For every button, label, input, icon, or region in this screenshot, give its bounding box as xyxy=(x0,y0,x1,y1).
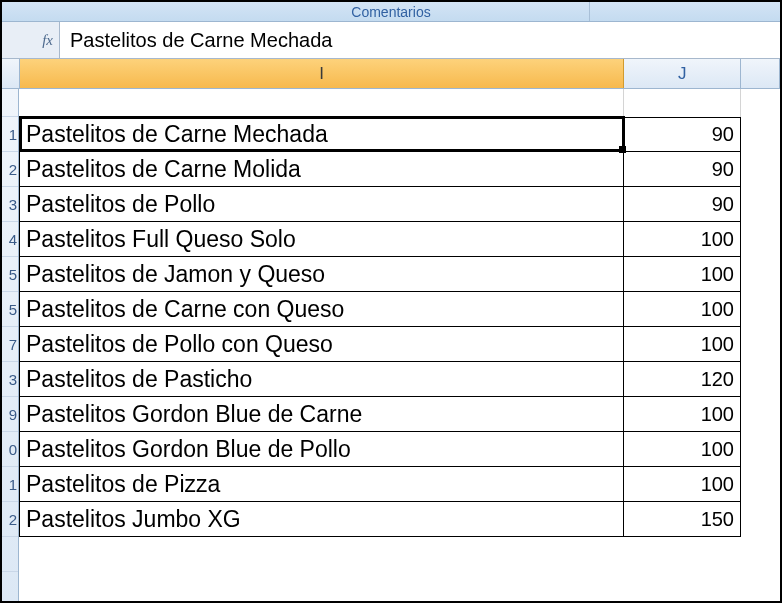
table-row: Pastelitos Gordon Blue de Carne 100 xyxy=(19,397,780,432)
cell[interactable]: 150 xyxy=(624,502,741,537)
column-header-i[interactable]: I xyxy=(20,59,624,88)
cell[interactable]: Pastelitos de Carne con Queso xyxy=(19,292,624,327)
cell[interactable]: 100 xyxy=(624,257,741,292)
cell[interactable] xyxy=(741,432,780,467)
cell[interactable]: 100 xyxy=(624,432,741,467)
column-headers: I J xyxy=(2,59,780,89)
row-header[interactable]: 5 xyxy=(2,257,18,292)
table-row: Pastelitos Full Queso Solo 100 xyxy=(19,222,780,257)
cell[interactable]: 90 xyxy=(624,117,741,152)
cell[interactable] xyxy=(741,502,780,537)
cell[interactable]: Pastelitos de Pollo xyxy=(19,187,624,222)
cells-area[interactable]: Pastelitos de Carne Mechada 90 Pastelito… xyxy=(19,89,780,601)
cell[interactable] xyxy=(741,467,780,502)
formula-input[interactable]: Pastelitos de Carne Mechada xyxy=(60,22,780,58)
cell[interactable] xyxy=(741,222,780,257)
row-header[interactable]: 9 xyxy=(2,397,18,432)
table-row: Pastelitos de Carne Mechada 90 xyxy=(19,117,780,152)
cell[interactable]: 90 xyxy=(624,152,741,187)
cell[interactable] xyxy=(741,397,780,432)
row-header[interactable] xyxy=(2,537,18,572)
cell[interactable]: Pastelitos Gordon Blue de Carne xyxy=(19,397,624,432)
select-all-corner[interactable] xyxy=(2,59,20,88)
table-row: Pastelitos de Pizza 100 xyxy=(19,467,780,502)
table-row xyxy=(19,89,780,117)
cell[interactable] xyxy=(741,362,780,397)
fx-label: fx xyxy=(42,32,53,49)
cell[interactable]: Pastelitos Jumbo XG xyxy=(19,502,624,537)
grid-area: 1 2 3 4 5 5 7 3 9 0 1 2 Pastelitos de Ca… xyxy=(2,89,780,601)
cell[interactable] xyxy=(741,327,780,362)
table-row: Pastelitos de Pollo con Queso 100 xyxy=(19,327,780,362)
cell[interactable] xyxy=(19,89,624,117)
cell[interactable]: 120 xyxy=(624,362,741,397)
ribbon-group: Comentarios xyxy=(2,2,780,22)
cell[interactable] xyxy=(741,257,780,292)
column-header-j[interactable]: J xyxy=(624,59,741,88)
cell[interactable]: 100 xyxy=(624,222,741,257)
cell[interactable]: Pastelitos de Pizza xyxy=(19,467,624,502)
cell[interactable]: Pastelitos de Carne Mechada xyxy=(19,117,624,152)
cell[interactable]: 100 xyxy=(624,292,741,327)
row-headers: 1 2 3 4 5 5 7 3 9 0 1 2 xyxy=(2,89,19,601)
cell[interactable]: 100 xyxy=(624,327,741,362)
cell[interactable]: 100 xyxy=(624,397,741,432)
fx-button[interactable]: fx xyxy=(2,22,60,58)
cell[interactable]: Pastelitos de Carne Molida xyxy=(19,152,624,187)
row-header[interactable]: 1 xyxy=(2,117,18,152)
row-header[interactable]: 7 xyxy=(2,327,18,362)
cell[interactable]: 90 xyxy=(624,187,741,222)
cell[interactable]: Pastelitos Full Queso Solo xyxy=(19,222,624,257)
cell[interactable] xyxy=(741,187,780,222)
cell[interactable]: Pastelitos de Pollo con Queso xyxy=(19,327,624,362)
row-header[interactable]: 1 xyxy=(2,467,18,502)
row-header[interactable]: 0 xyxy=(2,432,18,467)
table-row: Pastelitos Gordon Blue de Pollo 100 xyxy=(19,432,780,467)
cell[interactable]: Pastelitos de Jamon y Queso xyxy=(19,257,624,292)
table-row: Pastelitos Jumbo XG 150 xyxy=(19,502,780,537)
ribbon-group-label: Comentarios xyxy=(351,4,430,20)
table-row: Pastelitos de Jamon y Queso 100 xyxy=(19,257,780,292)
table-row: Pastelitos de Pasticho 120 xyxy=(19,362,780,397)
column-header-k[interactable] xyxy=(741,59,780,88)
row-header[interactable]: 3 xyxy=(2,187,18,222)
cell[interactable]: Pastelitos Gordon Blue de Pollo xyxy=(19,432,624,467)
cell[interactable]: 100 xyxy=(624,467,741,502)
cell[interactable] xyxy=(741,152,780,187)
row-header[interactable]: 4 xyxy=(2,222,18,257)
table-row: Pastelitos de Carne con Queso 100 xyxy=(19,292,780,327)
formula-value: Pastelitos de Carne Mechada xyxy=(70,29,332,52)
row-header[interactable]: 2 xyxy=(2,502,18,537)
cell[interactable] xyxy=(624,89,741,117)
cell[interactable] xyxy=(741,117,780,152)
row-header[interactable] xyxy=(2,89,18,117)
cell[interactable] xyxy=(741,292,780,327)
row-header[interactable]: 5 xyxy=(2,292,18,327)
cell[interactable]: Pastelitos de Pasticho xyxy=(19,362,624,397)
formula-bar: fx Pastelitos de Carne Mechada xyxy=(2,22,780,59)
table-row: Pastelitos de Carne Molida 90 xyxy=(19,152,780,187)
table-row: Pastelitos de Pollo 90 xyxy=(19,187,780,222)
row-header[interactable]: 2 xyxy=(2,152,18,187)
row-header[interactable]: 3 xyxy=(2,362,18,397)
